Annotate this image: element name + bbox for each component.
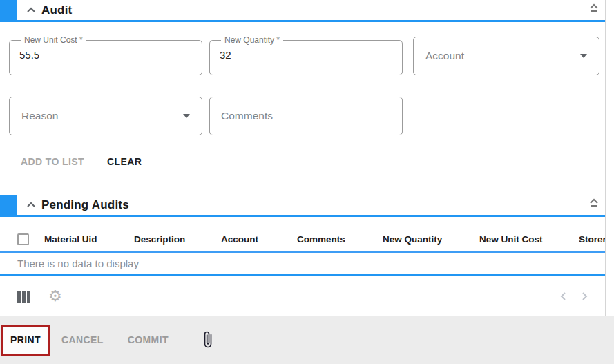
new-quantity-label: New Quantity * bbox=[221, 36, 283, 44]
clear-button[interactable]: CLEAR bbox=[107, 153, 142, 170]
scrollbar-track[interactable] bbox=[605, 0, 606, 316]
next-page-icon[interactable] bbox=[582, 291, 588, 301]
pending-audits-header: Pending Audits bbox=[0, 195, 606, 215]
column-header-storeroom[interactable]: Storeroom bbox=[579, 234, 606, 245]
comments-input[interactable] bbox=[210, 110, 402, 122]
new-unit-cost-input[interactable] bbox=[18, 44, 193, 61]
new-quantity-input[interactable] bbox=[218, 44, 394, 61]
section-accent-bar bbox=[0, 195, 17, 215]
column-header-comments[interactable]: Comments bbox=[297, 234, 383, 245]
audit-section: Audit New Unit Cost * New Quantity * Acc… bbox=[0, 0, 606, 170]
settings-gear-icon[interactable]: ⚙ bbox=[48, 289, 62, 304]
account-select-placeholder: Account bbox=[425, 50, 464, 62]
chevron-down-icon bbox=[183, 114, 190, 118]
audit-form-actions: ADD TO LIST CLEAR bbox=[21, 153, 606, 170]
new-quantity-field[interactable]: New Quantity * bbox=[209, 36, 403, 75]
section-divider bbox=[0, 20, 606, 22]
section-title-pending-audits: Pending Audits bbox=[41, 198, 129, 212]
attachment-paperclip-icon[interactable] bbox=[202, 330, 214, 349]
collapse-panel-icon[interactable] bbox=[588, 1, 600, 14]
table-header-row: Material Uid Description Account Comment… bbox=[0, 227, 606, 251]
column-header-new-quantity[interactable]: New Quantity bbox=[383, 234, 479, 245]
pending-audits-table: Material Uid Description Account Comment… bbox=[0, 217, 606, 310]
table-footer: ⚙ bbox=[0, 282, 606, 310]
pending-audits-section: Pending Audits Material Uid Description … bbox=[0, 195, 606, 310]
audit-form-row-1: New Unit Cost * New Quantity * Account bbox=[9, 36, 606, 75]
annotation-highlight: PRINT bbox=[1, 325, 50, 356]
audit-section-header: Audit bbox=[0, 0, 606, 20]
column-header-account[interactable]: Account bbox=[221, 234, 297, 245]
print-button[interactable]: PRINT bbox=[9, 332, 42, 348]
chevron-up-icon[interactable] bbox=[26, 7, 36, 13]
commit-button[interactable]: COMMIT bbox=[126, 332, 170, 348]
chevron-up-icon[interactable] bbox=[26, 202, 36, 208]
section-accent-bar bbox=[0, 0, 17, 20]
cancel-button[interactable]: CANCEL bbox=[60, 332, 105, 348]
audit-form-row-2: Reason bbox=[9, 97, 606, 135]
section-title-audit: Audit bbox=[41, 3, 72, 17]
new-unit-cost-field[interactable]: New Unit Cost * bbox=[9, 36, 202, 75]
column-header-material-uid[interactable]: Material Uid bbox=[44, 234, 134, 245]
collapse-panel-icon[interactable] bbox=[588, 196, 600, 209]
select-all-cell bbox=[0, 233, 44, 245]
pagination-controls bbox=[559, 291, 588, 301]
comments-field[interactable] bbox=[209, 97, 403, 135]
chevron-down-icon bbox=[580, 54, 587, 58]
reason-select[interactable]: Reason bbox=[9, 97, 202, 135]
select-all-checkbox[interactable] bbox=[17, 233, 29, 245]
bottom-action-bar: PRINT CANCEL COMMIT bbox=[0, 316, 614, 364]
table-bottom-divider bbox=[0, 274, 606, 276]
account-select[interactable]: Account bbox=[413, 37, 599, 75]
new-unit-cost-label: New Unit Cost * bbox=[21, 36, 86, 44]
reason-select-placeholder: Reason bbox=[21, 110, 58, 122]
material-audit-page: Audit New Unit Cost * New Quantity * Acc… bbox=[0, 0, 614, 364]
columns-icon[interactable] bbox=[17, 291, 32, 303]
column-header-description[interactable]: Description bbox=[134, 234, 221, 245]
add-to-list-button[interactable]: ADD TO LIST bbox=[21, 153, 84, 170]
column-header-new-unit-cost[interactable]: New Unit Cost bbox=[479, 234, 579, 245]
empty-state-message: There is no data to display bbox=[0, 253, 606, 274]
prev-page-icon[interactable] bbox=[559, 291, 566, 301]
